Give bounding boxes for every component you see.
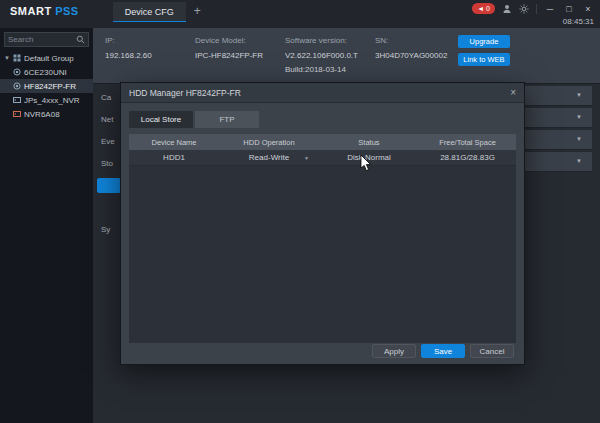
- smartpss-window: SMART PSS Device CFG + ◄ 0 ─ □: [0, 0, 600, 423]
- cell-free-total-space: 28.81G/28.83G: [419, 150, 516, 165]
- software-label: Software version:: [285, 36, 358, 45]
- table-header-row: Device Name HDD Operation Status Free/To…: [129, 134, 516, 150]
- search-icon[interactable]: [76, 35, 85, 44]
- titlebar: SMART PSS Device CFG + ◄ 0 ─ □: [0, 0, 600, 28]
- info-sn: SN: 3H04D70YAG00002: [375, 36, 447, 65]
- dome-camera-icon: [13, 68, 21, 76]
- device-item-label: 6CE230UNI: [24, 68, 67, 77]
- col-free-total-space: Free/Total Space: [419, 134, 516, 150]
- dialog-actions: Apply Save Cancel: [372, 344, 514, 358]
- nvr-icon: [13, 96, 21, 104]
- info-model: Device Model: IPC-HF8242FP-FR: [195, 36, 263, 65]
- device-tree: ▼ Default Group 6CE230UNI HF8242FP-FR: [0, 51, 93, 121]
- logo-smart: SMART: [10, 5, 52, 17]
- mouse-cursor: [360, 155, 372, 172]
- alarm-badge[interactable]: ◄ 0: [472, 3, 495, 14]
- tab-device-cfg-label: Device CFG: [125, 7, 174, 17]
- tab-local-store[interactable]: Local Store: [129, 111, 193, 128]
- model-value: IPC-HF8242FP-FR: [195, 51, 263, 60]
- device-item-label: HF8242FP-FR: [24, 82, 76, 91]
- titlebar-divider: [536, 4, 537, 14]
- device-info-strip: IP: 192.168.2.60 Device Model: IPC-HF824…: [93, 28, 600, 84]
- nav-item-selected[interactable]: [97, 178, 121, 193]
- info-ip: IP: 192.168.2.60: [105, 36, 152, 65]
- new-tab-button[interactable]: +: [194, 4, 201, 28]
- alarm-arrow-icon: ◄: [477, 5, 484, 12]
- store-tabs: Local Store FTP: [129, 111, 524, 128]
- tab-device-cfg[interactable]: Device CFG: [113, 2, 186, 22]
- device-item-nvr6a08[interactable]: NVR6A08: [0, 107, 93, 121]
- dialog-close-icon[interactable]: ×: [510, 87, 516, 98]
- nav-item-network[interactable]: Net: [101, 112, 113, 126]
- chevron-down-icon[interactable]: ▼: [304, 155, 309, 161]
- upgrade-button[interactable]: Upgrade: [458, 35, 510, 48]
- dialog-title: HDD Manager HF8242FP-FR: [129, 88, 241, 98]
- software-build: Build:2018-03-14: [285, 65, 358, 74]
- gear-icon[interactable]: [519, 4, 529, 14]
- logo-pss: PSS: [55, 5, 79, 17]
- chevron-down-icon[interactable]: ▼: [576, 158, 582, 164]
- app-logo: SMART PSS: [10, 5, 79, 28]
- nav-item-event[interactable]: Eve: [101, 134, 115, 148]
- user-icon[interactable]: [502, 4, 512, 14]
- close-button[interactable]: ×: [582, 4, 594, 14]
- hdd-operation-select[interactable]: Read-Write ▼: [219, 150, 319, 165]
- nav-item-system[interactable]: Sy: [101, 222, 110, 236]
- device-item-label: JPs_4xxx_NVR: [24, 96, 80, 105]
- col-device-name: Device Name: [129, 134, 219, 150]
- group-icon: [13, 54, 21, 62]
- tab-ftp[interactable]: FTP: [195, 111, 259, 128]
- cancel-button[interactable]: Cancel: [470, 344, 514, 358]
- chevron-down-icon[interactable]: ▼: [576, 92, 582, 98]
- save-button[interactable]: Save: [421, 344, 465, 358]
- search-box[interactable]: [4, 32, 89, 47]
- dome-camera-icon: [13, 82, 21, 90]
- titlebar-right: ◄ 0 ─ □ × 08:45:31: [472, 0, 600, 28]
- cell-device-name: HDD1: [129, 150, 219, 165]
- table-row[interactable]: HDD1 Read-Write ▼ Disk Normal 28.81G/28.…: [129, 150, 516, 166]
- ip-value: 192.168.2.60: [105, 51, 152, 60]
- software-version: V2.622.106F000.0.T: [285, 51, 358, 60]
- alarm-count: 0: [486, 5, 490, 12]
- nav-item-camera[interactable]: Ca: [101, 90, 111, 104]
- maximize-button[interactable]: □: [563, 4, 575, 14]
- device-item-label: NVR6A08: [24, 110, 60, 119]
- tree-group-label: Default Group: [24, 54, 74, 63]
- col-hdd-operation: HDD Operation: [219, 134, 319, 150]
- sn-value: 3H04D70YAG00002: [375, 51, 447, 60]
- hdd-manager-dialog: HDD Manager HF8242FP-FR × Local Store FT…: [120, 82, 525, 365]
- apply-button[interactable]: Apply: [372, 344, 416, 358]
- nav-item-storage[interactable]: Sto: [101, 156, 113, 170]
- chevron-down-icon[interactable]: ▼: [576, 136, 582, 142]
- search-input[interactable]: [5, 35, 76, 44]
- sn-label: SN:: [375, 36, 447, 45]
- link-to-web-button[interactable]: Link to WEB: [458, 53, 510, 66]
- table-empty-area: [129, 166, 516, 343]
- model-label: Device Model:: [195, 36, 263, 45]
- device-tree-sidebar: ▼ Default Group 6CE230UNI HF8242FP-FR: [0, 28, 93, 423]
- col-status: Status: [319, 134, 419, 150]
- chevron-down-icon[interactable]: ▼: [576, 114, 582, 120]
- minimize-button[interactable]: ─: [544, 4, 556, 14]
- tree-group-default[interactable]: ▼ Default Group: [0, 51, 93, 65]
- device-item-hf8242fp-fr[interactable]: HF8242FP-FR: [0, 79, 93, 93]
- tree-expand-icon[interactable]: ▼: [4, 55, 10, 61]
- clock: 08:45:31: [563, 17, 594, 26]
- device-item-jps-4xxx-nvr[interactable]: JPs_4xxx_NVR: [0, 93, 93, 107]
- info-software: Software version: V2.622.106F000.0.T Bui…: [285, 36, 358, 79]
- ip-label: IP:: [105, 36, 152, 45]
- dialog-header[interactable]: HDD Manager HF8242FP-FR ×: [121, 83, 524, 103]
- hdd-table: Device Name HDD Operation Status Free/To…: [129, 134, 516, 343]
- device-item-6ce230uni[interactable]: 6CE230UNI: [0, 65, 93, 79]
- nvr-icon: [13, 110, 21, 118]
- hdd-operation-value: Read-Write: [249, 153, 289, 162]
